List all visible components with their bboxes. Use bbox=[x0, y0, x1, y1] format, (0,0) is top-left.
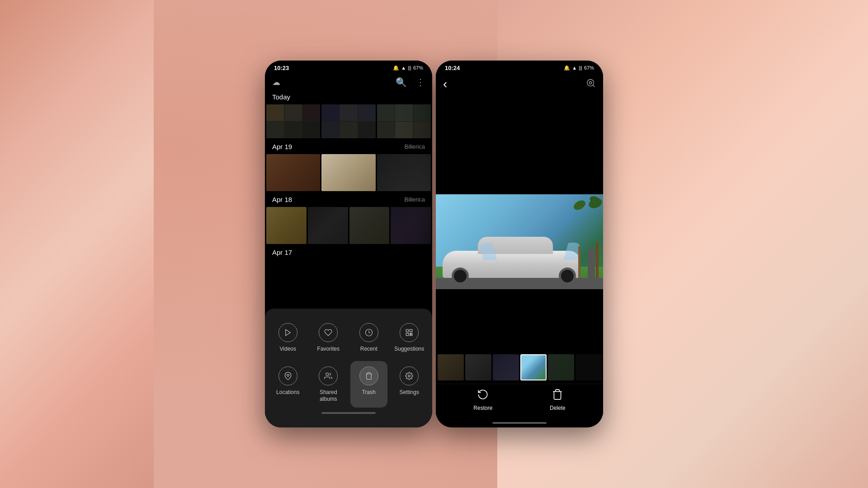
svg-point-10 bbox=[587, 79, 594, 86]
bottom-pill-phone2 bbox=[492, 422, 547, 424]
alarm-icon-p2: 🔔 bbox=[564, 65, 570, 71]
photo-today-1[interactable] bbox=[266, 104, 320, 138]
section-apr17: Apr 17 bbox=[265, 247, 432, 260]
shared-albums-icon bbox=[319, 366, 338, 385]
svg-point-11 bbox=[589, 81, 592, 84]
menu-item-recent[interactable]: Recent bbox=[350, 318, 387, 357]
menu-item-settings[interactable]: Settings bbox=[391, 361, 428, 408]
back-button[interactable]: ‹ bbox=[443, 77, 447, 91]
trash-icon bbox=[359, 366, 378, 385]
section-apr18: Apr 18 Billerica bbox=[265, 194, 432, 244]
action-bar: Restore Delete bbox=[436, 384, 603, 420]
wifi-icon-p2: ▲ bbox=[572, 65, 577, 70]
signal-icon: ||| bbox=[408, 66, 411, 70]
menu-item-locations[interactable]: Locations bbox=[269, 361, 307, 408]
photo-today-3[interactable] bbox=[377, 104, 431, 138]
top-right-icon[interactable] bbox=[586, 78, 596, 90]
menu-item-suggestions[interactable]: Suggestions bbox=[391, 318, 428, 357]
locations-label: Locations bbox=[276, 389, 299, 395]
date-apr19: Apr 19 bbox=[272, 143, 292, 150]
location-apr18: Billerica bbox=[404, 196, 425, 203]
wifi-icon: ▲ bbox=[401, 65, 406, 70]
thumb-1[interactable] bbox=[438, 354, 464, 380]
settings-label: Settings bbox=[400, 389, 419, 395]
thumbnail-strip bbox=[436, 351, 603, 384]
photo-apr19-2[interactable] bbox=[321, 154, 375, 191]
delete-button[interactable]: Delete bbox=[550, 389, 566, 411]
photo-apr18-4[interactable] bbox=[391, 207, 431, 244]
svg-rect-3 bbox=[410, 329, 412, 332]
svg-rect-4 bbox=[406, 333, 409, 335]
thumb-5[interactable] bbox=[548, 354, 574, 380]
search-icon[interactable]: 🔍 bbox=[396, 77, 407, 88]
photo-today-2[interactable] bbox=[321, 104, 375, 138]
videos-icon bbox=[278, 323, 297, 342]
phone-1: 10:23 🔔 ▲ ||| 67% ☁ 🔍 ⋮ Today bbox=[265, 61, 432, 427]
today-label: Today bbox=[265, 91, 432, 104]
recent-icon bbox=[359, 323, 378, 342]
section-today: Today bbox=[265, 91, 432, 138]
suggestions-label: Suggestions bbox=[394, 346, 424, 352]
photo-apr18-1[interactable] bbox=[266, 207, 307, 244]
cloud-icon[interactable]: ☁ bbox=[272, 77, 280, 87]
favorites-label: Favorites bbox=[317, 346, 340, 352]
time-phone1: 10:23 bbox=[274, 65, 289, 71]
svg-line-12 bbox=[593, 85, 594, 87]
svg-marker-0 bbox=[286, 329, 291, 336]
date-apr18: Apr 18 bbox=[272, 196, 292, 203]
battery-phone2: 67% bbox=[584, 65, 594, 70]
status-bar-phone1: 10:23 🔔 ▲ ||| 67% bbox=[265, 61, 432, 73]
menu-item-videos[interactable]: Videos bbox=[269, 318, 307, 357]
thumb-2[interactable] bbox=[465, 354, 491, 380]
svg-point-7 bbox=[287, 374, 289, 376]
suggestions-icon bbox=[400, 323, 419, 342]
shared-albums-label: Sharedalbums bbox=[320, 389, 337, 402]
section-apr19: Apr 19 Billerica bbox=[265, 141, 432, 191]
locations-icon bbox=[278, 366, 297, 385]
location-apr19: Billerica bbox=[404, 143, 425, 150]
signal-icon-p2: ||| bbox=[579, 66, 582, 70]
svg-point-8 bbox=[326, 373, 329, 375]
car-photo[interactable] bbox=[436, 194, 603, 289]
restore-button[interactable]: Restore bbox=[473, 389, 492, 411]
more-icon[interactable]: ⋮ bbox=[416, 77, 425, 88]
phone2-top-bar: ‹ bbox=[436, 73, 603, 95]
date-apr17: Apr 17 bbox=[272, 249, 292, 256]
menu-item-shared-albums[interactable]: Sharedalbums bbox=[310, 361, 347, 408]
restore-label: Restore bbox=[473, 405, 492, 411]
menu-item-trash[interactable]: Trash bbox=[350, 361, 387, 408]
photo-apr19-3[interactable] bbox=[377, 154, 431, 191]
black-space-bottom bbox=[436, 289, 603, 351]
today-photo-row1 bbox=[265, 104, 432, 138]
thumb-3[interactable] bbox=[493, 354, 519, 380]
recent-label: Recent bbox=[360, 346, 377, 352]
black-space-top bbox=[436, 95, 603, 194]
svg-point-9 bbox=[408, 375, 410, 377]
menu-item-favorites[interactable]: Favorites bbox=[310, 318, 347, 357]
photo-apr19-1[interactable] bbox=[266, 154, 320, 191]
status-bar-phone2: 10:24 🔔 ▲ ||| 67% bbox=[436, 61, 603, 73]
trash-label: Trash bbox=[362, 389, 376, 395]
restore-icon bbox=[477, 389, 489, 403]
top-bar-phone1: ☁ 🔍 ⋮ bbox=[265, 73, 432, 91]
photo-apr18-2[interactable] bbox=[308, 207, 348, 244]
delete-label: Delete bbox=[550, 405, 566, 411]
phone-2: 10:24 🔔 ▲ ||| 67% ‹ bbox=[436, 61, 603, 427]
bottom-menu: Videos Favorites bbox=[265, 309, 432, 427]
time-phone2: 10:24 bbox=[445, 65, 460, 71]
favorites-icon bbox=[319, 323, 338, 342]
bottom-pill-phone1 bbox=[321, 412, 376, 414]
alarm-icon: 🔔 bbox=[393, 65, 399, 71]
svg-rect-2 bbox=[406, 329, 409, 332]
videos-label: Videos bbox=[280, 346, 296, 352]
photo-apr18-3[interactable] bbox=[349, 207, 390, 244]
settings-icon bbox=[400, 366, 419, 385]
delete-icon bbox=[552, 389, 563, 403]
thumb-car-selected[interactable] bbox=[520, 354, 547, 380]
battery-phone1: 67% bbox=[413, 65, 423, 70]
thumb-6[interactable] bbox=[576, 354, 602, 380]
